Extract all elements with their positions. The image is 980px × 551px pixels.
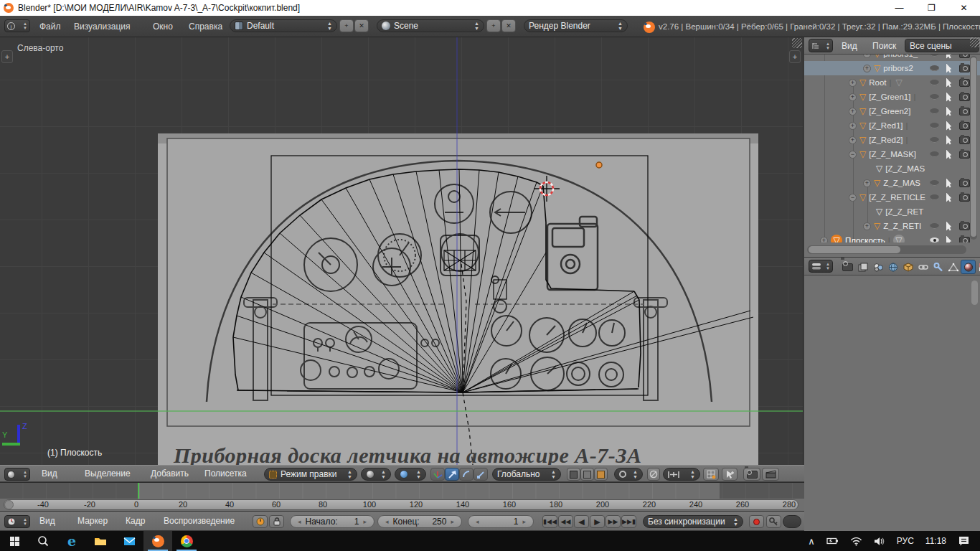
outliner-item-z-z-mas[interactable]: + ▽ Z_Z_MAS	[804, 176, 980, 190]
select-mode-vertex-button[interactable]	[567, 468, 580, 481]
current-frame-field[interactable]: ◂ 1 ▸	[468, 515, 534, 528]
hide-toggle-icon[interactable]	[930, 237, 939, 242]
tab-scene[interactable]	[870, 260, 885, 274]
menu-render[interactable]: Визуализация	[74, 22, 131, 32]
start-frame-field[interactable]: ◂ Начало: 1 ▸	[290, 515, 374, 528]
restore-button[interactable]: ❐	[915, 0, 948, 16]
taskbar-search-button[interactable]	[29, 531, 57, 551]
collapse-icon[interactable]: −	[849, 151, 857, 159]
decrement-arrow-icon[interactable]: ◂	[476, 518, 479, 525]
taskbar-blender-button[interactable]	[143, 531, 172, 551]
increment-arrow-icon[interactable]: ▸	[522, 518, 526, 525]
render-toggle-icon[interactable]	[959, 79, 970, 87]
timeline-ruler[interactable]: -40 -20 0 20 40 60 80 100 120 140 160 18…	[0, 499, 804, 511]
menu-tl-marker[interactable]: Маркер	[77, 516, 108, 526]
outliner-item-z-z-mask-data[interactable]: ▽ [Z_Z_MAS	[804, 161, 980, 176]
properties-open-tab[interactable]: +	[789, 50, 801, 63]
selectable-toggle-icon[interactable]	[946, 121, 953, 131]
language-indicator[interactable]: РУС	[897, 536, 914, 546]
editor-type-button-properties[interactable]: ▲▼	[809, 260, 833, 273]
add-scene-button[interactable]: +	[486, 19, 501, 32]
menu-view[interactable]: Вид	[42, 468, 57, 479]
render-toggle-icon[interactable]	[959, 237, 970, 243]
scrollbar-thumb[interactable]	[971, 57, 976, 237]
tray-chevron-icon[interactable]: ∧	[808, 536, 815, 547]
selectable-toggle-icon[interactable]	[946, 179, 953, 188]
outliner-item-z-green2[interactable]: + ▽ [Z_Green2]	[804, 104, 980, 118]
collapse-icon[interactable]: −	[849, 194, 857, 202]
end-frame-field[interactable]: ◂ Конец: 250 ▸	[377, 515, 462, 528]
expand-icon[interactable]: +	[863, 222, 871, 230]
editor-type-button-view3d[interactable]: ▲▼	[4, 468, 30, 481]
outliner-scope-selector[interactable]: Все сцены	[905, 39, 979, 52]
expand-icon[interactable]: +	[820, 237, 828, 243]
proportional-edit-button[interactable]	[647, 468, 660, 481]
transform-orientation-selector[interactable]: Глобально ▲▼	[492, 468, 561, 481]
menu-tl-frame[interactable]: Кадр	[126, 516, 145, 526]
manipulator-scale-button[interactable]	[473, 468, 488, 481]
tab-constraints[interactable]	[915, 260, 930, 274]
timeline-canvas[interactable]	[0, 482, 804, 499]
menu-mesh[interactable]: Полисетка	[204, 468, 247, 479]
wifi-icon[interactable]	[850, 537, 862, 546]
manipulator-axis-button[interactable]	[430, 468, 445, 481]
outliner-item-z-z-reticle[interactable]: − ▽ [Z_Z_RETICLE	[804, 190, 980, 204]
toolshelf-open-tab[interactable]: +	[1, 50, 13, 63]
select-mode-face-button[interactable]	[594, 468, 608, 481]
expand-icon[interactable]: +	[863, 179, 871, 187]
hide-toggle-icon[interactable]	[930, 194, 939, 200]
selectable-toggle-icon[interactable]	[946, 93, 953, 102]
pivot-point-selector[interactable]: ▲▼	[395, 468, 426, 481]
selectable-toggle-icon[interactable]	[946, 136, 953, 145]
play-button[interactable]: ▶	[590, 515, 605, 528]
tab-object[interactable]	[900, 260, 915, 274]
selectable-toggle-icon[interactable]	[946, 222, 953, 231]
manipulate-origins-button[interactable]	[722, 468, 738, 481]
hide-toggle-icon[interactable]	[930, 180, 939, 186]
hide-toggle-icon[interactable]	[930, 151, 939, 157]
render-toggle-icon[interactable]	[959, 151, 970, 159]
viewport-3d[interactable]: Z Y Слева-орто (1) Плоскость + + Приборн…	[0, 37, 804, 465]
screen-layout-selector[interactable]: Default ▲▼	[230, 19, 337, 32]
selectable-toggle-icon[interactable]	[946, 236, 953, 243]
outliner-horizontal-scrollbar[interactable]	[807, 245, 966, 254]
render-opengl-anim-button[interactable]	[762, 468, 779, 481]
viewport-shading-selector[interactable]: ▲▼	[361, 468, 391, 481]
scene-selector[interactable]: Scene ▲▼	[377, 19, 484, 32]
resize-grip[interactable]	[970, 37, 980, 47]
preview-range-button[interactable]	[253, 515, 268, 528]
taskbar-mail-button[interactable]	[115, 531, 143, 551]
tab-render[interactable]	[840, 260, 855, 274]
editor-type-button-outliner[interactable]: ▲▼	[809, 39, 833, 52]
render-toggle-icon[interactable]	[959, 179, 970, 187]
menu-help[interactable]: Справка	[189, 22, 222, 32]
action-center-icon[interactable]	[958, 536, 970, 546]
snap-target-button[interactable]	[703, 468, 719, 481]
manipulator-translate-button[interactable]	[445, 468, 459, 481]
selectable-toggle-icon[interactable]	[946, 78, 953, 88]
timeline-scrollbar[interactable]	[4, 499, 798, 510]
menu-file[interactable]: Файл	[39, 22, 61, 32]
taskbar-edge-button[interactable]: e	[57, 531, 86, 551]
jump-to-start-button[interactable]: ▮◀◀	[542, 515, 557, 528]
render-engine-selector[interactable]: Рендер Blender ▲▼	[524, 19, 628, 32]
render-toggle-icon[interactable]	[959, 222, 970, 230]
outliner-item-z-z-reticle-data[interactable]: ▽ [Z_Z_RET	[804, 204, 980, 219]
selectable-toggle-icon[interactable]	[946, 150, 953, 159]
properties-scrollbar[interactable]	[971, 281, 978, 305]
taskbar-explorer-button[interactable]	[86, 531, 115, 551]
selectable-toggle-icon[interactable]	[946, 107, 953, 116]
render-toggle-icon[interactable]	[959, 136, 970, 144]
av-sync-selector[interactable]: Без синхронизации ▲▼	[643, 515, 743, 528]
tab-texture[interactable]	[976, 260, 980, 274]
menu-ol-search[interactable]: Поиск	[872, 41, 896, 51]
render-toggle-icon[interactable]	[959, 194, 970, 202]
outliner-item-pribors2[interactable]: + ▽ pribors2	[804, 61, 980, 75]
render-toggle-icon[interactable]	[959, 108, 970, 116]
hide-toggle-icon[interactable]	[930, 137, 939, 143]
render-toggle-icon[interactable]	[959, 65, 970, 72]
outliner-item-root[interactable]: + ▽ Root | ▽	[804, 75, 980, 90]
scrollbar-thumb[interactable]	[809, 246, 900, 253]
resize-grip[interactable]	[792, 38, 802, 48]
delete-scene-button[interactable]: ✕	[501, 19, 516, 32]
